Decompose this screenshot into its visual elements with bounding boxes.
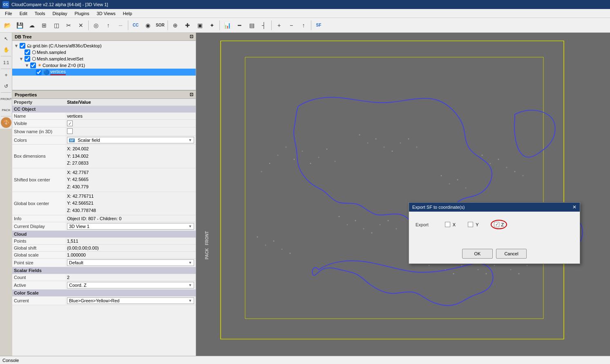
prop-display-value[interactable]: 3D View 1 ▼	[65, 222, 196, 231]
prop-box-dim-label: Box dimensions	[12, 145, 65, 168]
v-tb-rotate[interactable]: ↺	[1, 81, 11, 92]
tb-add-btn[interactable]: +	[273, 20, 285, 31]
svg-point-58	[518, 273, 520, 275]
visible-checkbox[interactable]	[67, 121, 73, 126]
tb-line-btn[interactable]: ━	[234, 20, 245, 31]
tree-arrow-levelset[interactable]: ▼	[19, 56, 24, 61]
tree-item-levelset[interactable]: ▼ ⬡ Mesh.sampled.levelSet	[12, 56, 196, 62]
tree-item-root[interactable]: ▼ 🗂 grid.bin (C:/Users/af836c/Desktop)	[12, 42, 196, 49]
menu-file[interactable]: File	[2, 10, 16, 17]
tb-minus-btn[interactable]: −	[286, 20, 297, 31]
menu-display[interactable]: Display	[49, 10, 70, 17]
tree-item-contour[interactable]: ▼ ✴ Contour line Z=0 (#1)	[12, 62, 196, 69]
prop-color-scale-value[interactable]: Blue>Green>Yellow>Red ▼	[65, 297, 196, 305]
colors-dropdown[interactable]: SF Scalar field ▼	[67, 137, 194, 143]
tb-cc-btn[interactable]: CC	[130, 20, 141, 31]
tb-segment-btn[interactable]: ◫	[51, 20, 62, 31]
3d-view-panel[interactable]: FRONT PACK Export SF to coordinate(s) ✕ …	[196, 33, 610, 356]
prop-name-label: Name	[12, 113, 65, 120]
col-value: State/Value	[65, 99, 196, 106]
export-options-row: Export X Y	[416, 220, 573, 229]
menu-plugins[interactable]: Plugins	[71, 10, 92, 17]
menu-help[interactable]: Help	[120, 10, 136, 17]
tb-delete-btn[interactable]: ✕	[75, 20, 87, 31]
export-dialog-close-btn[interactable]: ✕	[572, 204, 576, 210]
display-dropdown[interactable]: 3D View 1 ▼	[67, 223, 194, 230]
export-x-group: X	[445, 222, 456, 227]
sf-active-text: Coord. Z	[69, 283, 87, 288]
tree-item-mesh-sampled[interactable]: ⬡ Mesh.sampled	[12, 49, 196, 56]
tb-sor-btn[interactable]: SOR	[154, 20, 166, 31]
tree-check-vertices[interactable]	[36, 69, 42, 75]
tb-plus-btn[interactable]: ✚	[182, 20, 193, 31]
tb-chart-btn[interactable]: 📊	[221, 20, 233, 31]
sf-active-dropdown[interactable]: Coord. Z ▼	[67, 282, 194, 288]
properties-header: Properties ⊡	[12, 90, 196, 99]
tree-check-contour[interactable]	[30, 63, 36, 68]
show-name-checkbox[interactable]	[67, 128, 73, 134]
export-y-label: Y	[476, 222, 478, 227]
v-tb-zoom[interactable]: 1:1	[1, 57, 11, 68]
tb-select-btn[interactable]: ▣	[194, 20, 206, 31]
tree-arrow-contour[interactable]: ▼	[25, 63, 29, 68]
tb-dots-btn[interactable]: ···	[115, 20, 126, 31]
export-z-group: Z	[491, 220, 507, 229]
prop-show-name-value[interactable]	[65, 127, 196, 136]
export-z-checkbox[interactable]	[494, 222, 499, 227]
prop-global-scale-label: Global scale	[12, 252, 65, 259]
colors-dropdown-arrow: ▼	[188, 138, 192, 142]
point-size-dropdown[interactable]: Default ▼	[67, 259, 194, 266]
prop-box-dim-value: X: 204.002Y: 134.002Z: 27.0833	[65, 145, 196, 168]
svg-point-11	[326, 149, 328, 150]
section-cloud: Cloud	[12, 231, 196, 238]
export-x-checkbox[interactable]	[445, 222, 450, 227]
tree-check-levelset[interactable]	[25, 56, 30, 62]
prop-color-scale-label: Current	[12, 297, 65, 305]
prop-point-size-value[interactable]: Default ▼	[65, 259, 196, 267]
color-scale-dropdown[interactable]: Blue>Green>Yellow>Red ▼	[67, 297, 194, 304]
tree-arrow-root[interactable]: ▼	[14, 43, 19, 48]
prop-global-scale: Global scale 1.000000	[12, 252, 196, 259]
tree-check-mesh-sampled[interactable]	[25, 49, 30, 55]
menu-edit[interactable]: Edit	[16, 10, 31, 17]
sf-active-arrow: ▼	[188, 283, 192, 287]
tb-sf-btn[interactable]: SF	[313, 20, 324, 31]
v-tb-sep2	[1, 69, 11, 69]
menu-3dviews[interactable]: 3D Views	[94, 10, 119, 17]
tb-pick-btn[interactable]: ◉	[142, 20, 154, 31]
tb-save-btn[interactable]: 💾	[14, 20, 25, 31]
v-tb-plus-zoom[interactable]: +	[1, 70, 11, 80]
svg-point-21	[408, 138, 409, 140]
prop-colors-value[interactable]: SF Scalar field ▼	[65, 136, 196, 145]
properties-expand-icon[interactable]: ⊡	[190, 92, 193, 97]
v-tb-color[interactable]: 🎨	[1, 117, 11, 128]
viewport-front-label: FRONT	[205, 231, 209, 245]
v-tb-pan[interactable]: ✋	[1, 45, 11, 55]
v-tb-select[interactable]: ↖	[1, 33, 11, 44]
tb-star-btn[interactable]: ✦	[206, 20, 218, 31]
prop-visible-value[interactable]	[65, 120, 196, 127]
v-tb-view1[interactable]: FRONT	[1, 94, 11, 104]
tb-up-btn[interactable]: ↑	[298, 20, 309, 31]
tb-table-btn[interactable]: ▤	[246, 20, 257, 31]
tb-cloud-btn[interactable]: ☁	[26, 20, 38, 31]
svg-point-12	[335, 161, 336, 162]
tb-cross-btn[interactable]: ⊕	[170, 20, 181, 31]
export-y-checkbox[interactable]	[468, 222, 473, 227]
tb-sphere-btn[interactable]: ◎	[90, 20, 102, 31]
tree-icon-contour: ✴	[38, 63, 42, 68]
prop-display: Current Display 3D View 1 ▼	[12, 222, 196, 231]
tb-grid-btn[interactable]: ⊞	[38, 20, 50, 31]
tb-open-btn[interactable]: 📂	[2, 20, 13, 31]
export-cancel-btn[interactable]: Cancel	[496, 249, 527, 259]
v-tb-view2[interactable]: PACK	[1, 105, 11, 115]
menu-tools[interactable]: Tools	[31, 10, 49, 17]
tree-item-vertices[interactable]: 🔵 vertices	[12, 69, 196, 76]
export-ok-btn[interactable]: OK	[462, 249, 493, 259]
tb-measure-btn[interactable]: ┤	[258, 20, 270, 31]
tb-normal-btn[interactable]: ↑	[103, 20, 114, 31]
prop-sf-active-value[interactable]: Coord. Z ▼	[65, 281, 196, 290]
db-tree-expand-icon[interactable]: ⊡	[190, 34, 193, 39]
tb-crop-btn[interactable]: ✂	[63, 20, 74, 31]
tree-check-root[interactable]	[20, 43, 25, 49]
